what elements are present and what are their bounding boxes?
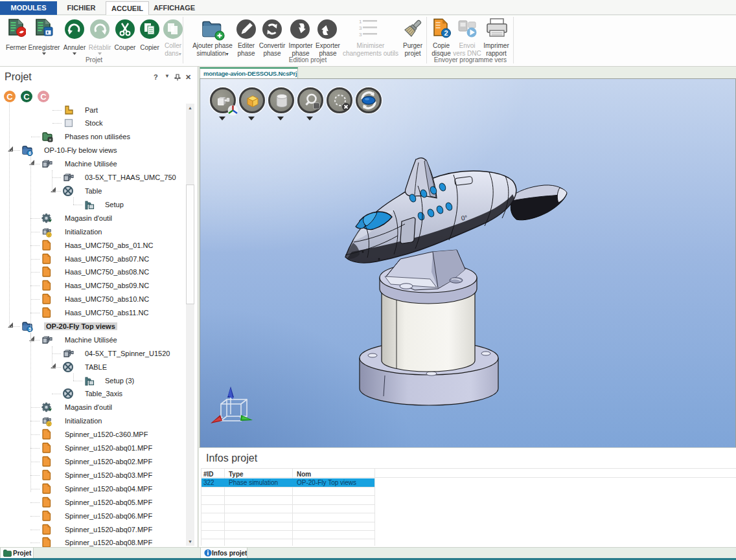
svg-text:3: 3 <box>359 25 362 31</box>
svg-text:6: 6 <box>29 151 31 155</box>
svg-text:C: C <box>40 92 47 102</box>
svg-text:2: 2 <box>444 29 448 37</box>
svg-text:C: C <box>23 92 30 102</box>
svg-text:C: C <box>6 92 13 102</box>
svg-text:1: 1 <box>359 19 362 25</box>
svg-text:0°: 0° <box>461 214 468 221</box>
svg-text:3: 3 <box>359 32 362 38</box>
